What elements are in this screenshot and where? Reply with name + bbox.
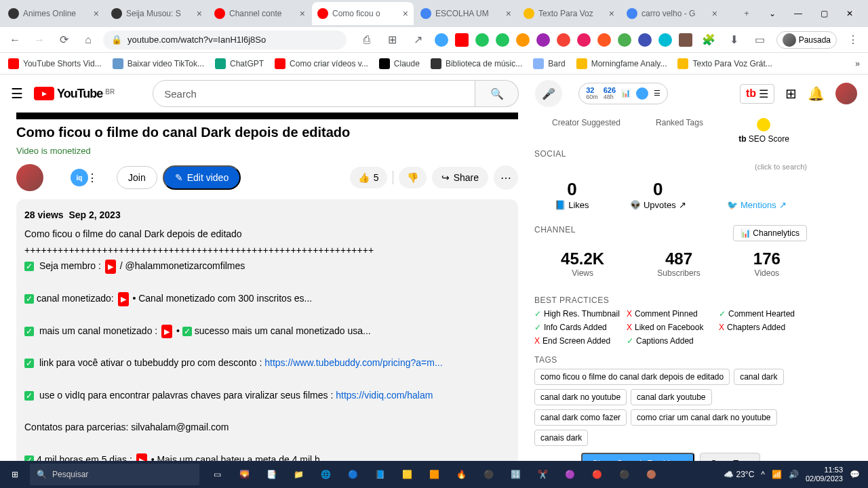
start-button[interactable]: ⊞: [3, 462, 27, 487]
app-icon[interactable]: 🔥: [449, 462, 473, 487]
bookmark-item[interactable]: Baixar video TikTok...: [113, 58, 204, 69]
join-button[interactable]: Join: [117, 166, 157, 189]
app-icon[interactable]: 📑: [259, 462, 283, 487]
dislike-button[interactable]: 👎: [399, 167, 427, 188]
card-icon[interactable]: ▭: [751, 30, 770, 49]
install-icon[interactable]: ⊞: [383, 30, 402, 49]
like-button[interactable]: 👍5: [350, 167, 387, 188]
bookmarks-overflow[interactable]: »: [855, 59, 860, 68]
close-tab-icon[interactable]: ×: [197, 8, 202, 19]
app-icon[interactable]: 🌄: [232, 462, 256, 487]
volume-icon[interactable]: 🔊: [789, 470, 799, 479]
user-avatar[interactable]: [835, 83, 857, 104]
search-input[interactable]: Search: [153, 80, 475, 107]
close-tab-icon[interactable]: ×: [94, 8, 99, 19]
weather-widget[interactable]: ☁️ 23°C: [724, 470, 754, 479]
vidiq-stats[interactable]: 3260m 62648h 📊 ☰: [578, 83, 668, 104]
network-icon[interactable]: 📶: [772, 470, 782, 479]
browser-tab[interactable]: Channel conte×: [209, 2, 311, 25]
hamburger-icon[interactable]: ☰: [11, 85, 23, 102]
maximize-button[interactable]: ▢: [814, 3, 834, 24]
task-view-icon[interactable]: ▭: [205, 462, 229, 487]
bookmark-item[interactable]: Biblioteca de músic...: [431, 58, 522, 69]
browser-tab[interactable]: Texto Para Voz×: [518, 2, 620, 25]
tag-chip[interactable]: como ficou o filme do canal dark depois …: [534, 369, 730, 385]
ext-icon[interactable]: [496, 33, 509, 47]
ext-icon[interactable]: [638, 33, 652, 47]
ext-icon[interactable]: [475, 33, 489, 47]
chevron-down-icon[interactable]: ⌄: [762, 3, 783, 24]
edit-video-button[interactable]: ✎Edit video: [163, 165, 241, 190]
share-button[interactable]: ↪Share: [432, 167, 488, 188]
tag-chip[interactable]: como criar um canal dark no youtube: [631, 409, 776, 426]
mentions-link[interactable]: 🐦Mentions↗: [727, 200, 787, 210]
close-window-button[interactable]: ✕: [840, 3, 860, 24]
close-tab-icon[interactable]: ×: [403, 8, 408, 19]
more-actions-button[interactable]: ⋯: [494, 165, 518, 190]
obs-icon[interactable]: ⚫: [612, 462, 636, 487]
app-icon[interactable]: 🟧: [422, 462, 446, 487]
ext-icon[interactable]: [435, 33, 448, 47]
bookmark-item[interactable]: Claude: [379, 58, 420, 69]
forward-button[interactable]: →: [30, 30, 49, 49]
tubebuddy-button[interactable]: tb☰: [740, 84, 774, 104]
app-icon[interactable]: 🟤: [639, 462, 663, 487]
browser-tab[interactable]: carro velho - G×: [621, 2, 723, 25]
ext-icon[interactable]: [577, 33, 591, 47]
minimize-button[interactable]: —: [788, 3, 808, 24]
extensions-icon[interactable]: 🧩: [699, 30, 718, 49]
app-icon[interactable]: 🟨: [395, 462, 419, 487]
channel-avatar[interactable]: [16, 164, 43, 191]
home-button[interactable]: ⌂: [79, 30, 98, 49]
download-icon[interactable]: ⬇: [725, 30, 744, 49]
taskbar-search[interactable]: 🔍Pesquisar: [30, 464, 199, 485]
menu-icon[interactable]: ⋮: [844, 30, 863, 49]
search-button[interactable]: 🔍: [475, 80, 519, 107]
browser-tab[interactable]: Como ficou o×: [312, 2, 414, 25]
chrome-icon[interactable]: 🔵: [340, 462, 365, 487]
close-tab-icon[interactable]: ×: [712, 8, 717, 19]
create-button[interactable]: ⊞: [785, 85, 797, 102]
ext-icon[interactable]: [597, 33, 611, 47]
browser-tab[interactable]: Seija Musou: S×: [106, 2, 208, 25]
word-icon[interactable]: 📘: [368, 462, 392, 487]
tag-chip[interactable]: canal dark como fazer: [534, 409, 627, 426]
back-button[interactable]: ←: [5, 30, 24, 49]
bookmark-item[interactable]: Como criar vídeos v...: [275, 58, 368, 69]
ext-icon[interactable]: [557, 33, 570, 47]
bookmark-item[interactable]: Bard: [533, 58, 565, 69]
channelytics-button[interactable]: 📊 Channelytics: [733, 225, 807, 241]
profile-chip[interactable]: Pausada: [776, 31, 837, 49]
voice-search-button[interactable]: 🎤: [535, 80, 562, 107]
ext-icon[interactable]: [536, 33, 550, 47]
notifications-icon[interactable]: 💬: [850, 470, 860, 479]
bookmark-item[interactable]: ChatGPT: [215, 58, 264, 69]
cast-icon[interactable]: ⎙: [357, 30, 376, 49]
ext-icon[interactable]: [455, 33, 469, 47]
notifications-button[interactable]: 🔔: [808, 85, 825, 102]
ext-icon[interactable]: [618, 33, 631, 47]
close-tab-icon[interactable]: ×: [609, 8, 614, 19]
url-input[interactable]: 🔒 youtube.com/watch?v=IanH1l6j8So: [103, 30, 347, 49]
opera-icon[interactable]: 🔴: [585, 462, 609, 487]
tray-chevron-icon[interactable]: ^: [761, 470, 765, 479]
new-tab-button[interactable]: +: [736, 2, 757, 25]
app-icon[interactable]: ⚫: [476, 462, 500, 487]
tag-chip[interactable]: canal dark no youtube: [534, 389, 627, 405]
ext-icon[interactable]: [516, 33, 530, 47]
app-icon[interactable]: 🟣: [557, 462, 582, 487]
reload-button[interactable]: ⟳: [54, 30, 73, 49]
tag-chip[interactable]: canal dark: [734, 369, 783, 385]
browser-tab[interactable]: Animes Online×: [3, 2, 104, 25]
bookmark-item[interactable]: Texto Para Voz Grát...: [677, 58, 772, 69]
share-icon[interactable]: ↗: [409, 30, 428, 49]
video-player[interactable]: [16, 113, 518, 119]
browser-tab[interactable]: ESCOLHA UM×: [415, 2, 517, 25]
tag-chip[interactable]: canais dark: [534, 430, 588, 446]
close-tab-icon[interactable]: ×: [506, 8, 511, 19]
ext-icon[interactable]: [679, 33, 692, 47]
bookmark-item[interactable]: YouTube Shorts Vid...: [8, 58, 102, 69]
clock[interactable]: 11:5302/09/2023: [806, 466, 843, 483]
vidiq-badge[interactable]: iq: [69, 167, 90, 188]
capcut-icon[interactable]: ✂️: [530, 462, 555, 487]
